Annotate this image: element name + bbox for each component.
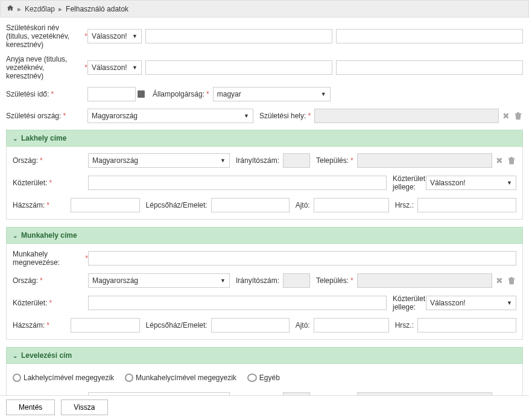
radio-other[interactable] — [247, 374, 257, 382]
mother-name-title-select[interactable]: Válasszon!▼ — [87, 60, 142, 75]
radio-other-label[interactable]: Egyéb — [259, 374, 280, 382]
birth-date-label: Születési idő: — [6, 90, 49, 98]
clear-icon[interactable]: ✖ — [495, 395, 504, 395]
res-postal-input[interactable] — [283, 153, 310, 168]
section-mailing-header[interactable]: ⌄ Levelezési cím — [6, 347, 523, 364]
work-name-label: Munkahely megnevezése: — [13, 250, 83, 267]
back-button[interactable]: Vissza — [61, 399, 107, 415]
clear-icon[interactable]: ✖ — [495, 156, 504, 165]
section-workplace-header[interactable]: ⌄ Munkahely címe — [6, 227, 523, 244]
footer-bar: Mentés Vissza — [0, 395, 529, 419]
trash-icon[interactable] — [507, 156, 516, 165]
birth-name-label: Születéskori név (titulus, vezetéknév, k… — [6, 24, 83, 49]
required-mark: * — [308, 112, 311, 120]
chevron-down-icon: ⌄ — [13, 352, 17, 359]
res-topo-input[interactable] — [417, 198, 516, 212]
work-settlement-input[interactable] — [357, 273, 492, 288]
work-street-label: Közterület: — [13, 299, 47, 307]
birth-place-input[interactable] — [314, 109, 499, 123]
work-street-input[interactable] — [88, 296, 387, 310]
chevron-right-icon: ▸ — [59, 5, 62, 13]
clear-icon[interactable]: ✖ — [501, 111, 511, 121]
res-country-label: Ország: — [13, 156, 38, 165]
work-topo-label: Hrsz.: — [395, 321, 414, 329]
res-street-label: Közterület: — [13, 179, 47, 187]
res-floor-label: Lépcsőház/Emelet: — [146, 201, 207, 209]
breadcrumb-current: Felhasználó adatok — [66, 5, 128, 13]
breadcrumb: ▸ Kezdőlap ▸ Felhasználó adatok — [0, 0, 529, 18]
birth-name-lastname-input[interactable] — [145, 29, 332, 43]
work-street-type-label: Közterület jellege: — [393, 294, 425, 311]
save-button[interactable]: Mentés — [6, 399, 55, 415]
res-street-type-label: Közterület jellege: — [393, 174, 425, 191]
work-postal-label: Irányítószám: — [236, 276, 279, 285]
work-postal-input[interactable] — [283, 273, 310, 288]
radio-same-workplace-label[interactable]: Munkahelycímével megegyezik — [136, 374, 236, 382]
trash-icon[interactable] — [507, 276, 516, 285]
mail-settlement-input[interactable] — [357, 392, 492, 395]
breadcrumb-home[interactable]: Kezdőlap — [25, 5, 55, 13]
res-settlement-input[interactable] — [357, 153, 492, 168]
work-topo-input[interactable] — [417, 318, 516, 332]
trash-icon[interactable] — [507, 395, 516, 395]
trash-icon[interactable] — [513, 111, 523, 121]
section-residence-title: Lakhely címe — [21, 134, 66, 142]
chevron-down-icon: ⌄ — [13, 232, 17, 239]
required-mark: * — [63, 112, 66, 120]
birth-country-label: Születési ország: — [6, 112, 61, 120]
chevron-right-icon: ▸ — [17, 5, 21, 13]
work-country-label: Ország: — [13, 276, 38, 285]
birth-date-input[interactable] — [87, 87, 136, 101]
res-door-label: Ajtó: — [296, 201, 310, 209]
work-floor-input[interactable] — [211, 318, 290, 332]
chevron-down-icon: ⌄ — [13, 135, 17, 142]
citizenship-select[interactable]: magyar▼ — [213, 87, 331, 101]
home-icon[interactable] — [7, 4, 14, 13]
res-houseno-label: Házszám: — [13, 201, 45, 209]
birth-country-select[interactable]: Magyarország▼ — [87, 109, 253, 123]
citizenship-label: Állampolgárság: — [153, 90, 204, 98]
mother-name-firstname-input[interactable] — [336, 60, 523, 75]
work-houseno-input[interactable] — [71, 318, 140, 332]
res-street-type-select[interactable]: Válasszon!▼ — [426, 176, 516, 190]
calendar-icon[interactable] — [136, 87, 147, 101]
birth-name-firstname-input[interactable] — [336, 29, 523, 43]
birth-name-title-select[interactable]: Válasszon!▼ — [87, 29, 142, 43]
work-country-select[interactable]: Magyarország▼ — [88, 273, 230, 288]
res-settlement-label: Település: — [316, 156, 349, 165]
res-houseno-input[interactable] — [71, 198, 140, 212]
section-residence-header[interactable]: ⌄ Lakhely címe — [6, 130, 523, 147]
work-name-input[interactable] — [88, 251, 516, 266]
work-settlement-label: Település: — [316, 276, 349, 285]
mail-postal-input[interactable] — [283, 392, 310, 395]
section-workplace-title: Munkahely címe — [21, 231, 77, 240]
radio-same-workplace[interactable] — [125, 374, 133, 382]
res-topo-label: Hrsz.: — [395, 201, 414, 209]
clear-icon[interactable]: ✖ — [495, 276, 504, 285]
work-door-label: Ajtó: — [296, 321, 310, 329]
section-mailing-title: Levelezési cím — [21, 351, 72, 360]
work-floor-label: Lépcsőház/Emelet: — [146, 321, 207, 329]
res-floor-input[interactable] — [211, 198, 290, 212]
res-street-input[interactable] — [88, 176, 387, 190]
required-mark: * — [206, 90, 209, 98]
work-street-type-select[interactable]: Válasszon!▼ — [426, 296, 516, 310]
work-houseno-label: Házszám: — [13, 321, 45, 329]
work-door-input[interactable] — [314, 318, 389, 332]
birth-place-label: Születési hely: — [259, 112, 306, 120]
radio-same-residence[interactable] — [13, 374, 21, 382]
mail-country-select[interactable]: Magyarország▼ — [88, 392, 230, 395]
res-country-select[interactable]: Magyarország▼ — [88, 153, 230, 168]
res-door-input[interactable] — [314, 198, 389, 212]
svg-rect-1 — [138, 91, 145, 93]
res-postal-label: Irányítószám: — [236, 156, 279, 165]
mother-name-label: Anyja neve (titulus, vezetéknév, kereszt… — [6, 55, 83, 80]
radio-same-residence-label[interactable]: Lakhelycímével megegyezik — [24, 374, 114, 382]
mother-name-lastname-input[interactable] — [145, 60, 332, 75]
required-mark: * — [51, 90, 54, 98]
